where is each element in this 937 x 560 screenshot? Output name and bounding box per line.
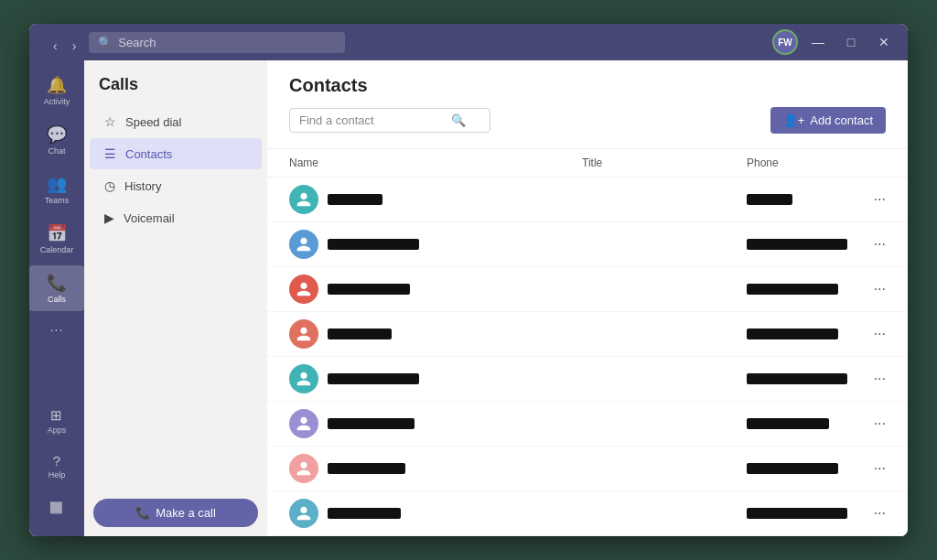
col-phone: Phone bbox=[747, 156, 849, 169]
sidebar-item-more[interactable]: ··· bbox=[29, 315, 84, 344]
avatar[interactable]: FW bbox=[772, 29, 798, 55]
more-options-button[interactable]: ··· bbox=[849, 505, 886, 522]
col-title: Title bbox=[582, 156, 747, 169]
avatar bbox=[289, 185, 318, 214]
more-options-button[interactable]: ··· bbox=[849, 371, 886, 387]
close-button[interactable]: ✕ bbox=[871, 29, 897, 55]
voicemail-icon: ▶ bbox=[104, 210, 114, 225]
contact-phone bbox=[747, 508, 849, 519]
sidebar-item-teams[interactable]: 👥 Teams bbox=[29, 167, 84, 212]
contact-name-cell bbox=[289, 185, 582, 214]
maximize-button[interactable]: □ bbox=[838, 29, 864, 55]
contact-name bbox=[328, 508, 401, 519]
contact-phone bbox=[747, 284, 849, 295]
find-contact-input[interactable] bbox=[299, 113, 446, 127]
app-window: ‹ › 🔍 FW — □ ✕ 🔔 Activity 💬 bbox=[29, 24, 908, 536]
more-icon: ··· bbox=[50, 322, 64, 337]
sidebar-bottom: ⊞ Apps ? Help ⬜ bbox=[44, 400, 70, 529]
table-row[interactable]: ··· bbox=[267, 178, 908, 222]
title-bar-controls: FW — □ ✕ bbox=[772, 29, 897, 55]
make-call-label: Make a call bbox=[156, 506, 216, 520]
content-header: Contacts 🔍 👤+ Add contact bbox=[267, 60, 908, 149]
make-call-button[interactable]: 📞 Make a call bbox=[93, 499, 258, 527]
contact-phone bbox=[747, 463, 849, 474]
sidebar-item-activity[interactable]: 🔔 Activity bbox=[29, 68, 84, 113]
nav-panel: Calls ☆ Speed dial ☰ Contacts ◷ History … bbox=[84, 60, 267, 536]
sidebar-item-calls[interactable]: 📞 Calls bbox=[29, 265, 84, 311]
add-contact-label: Add contact bbox=[810, 113, 873, 127]
more-options-button[interactable]: ··· bbox=[849, 191, 886, 208]
contact-phone bbox=[747, 328, 849, 339]
contact-name bbox=[328, 373, 419, 384]
page-title: Contacts bbox=[289, 75, 886, 96]
phone-value bbox=[747, 418, 829, 429]
table-row[interactable]: ··· bbox=[267, 222, 908, 267]
sidebar-item-help[interactable]: ? Help bbox=[44, 446, 70, 487]
table-row[interactable]: ··· bbox=[267, 447, 908, 491]
contact-name bbox=[328, 418, 415, 429]
phone-value bbox=[747, 194, 792, 205]
calls-icon: 📞 bbox=[47, 273, 67, 293]
nav-label-contacts: Contacts bbox=[125, 147, 172, 161]
content-toolbar: 🔍 👤+ Add contact bbox=[289, 107, 886, 141]
add-contact-button[interactable]: 👤+ Add contact bbox=[770, 107, 886, 134]
sidebar-item-chat[interactable]: 💬 Chat bbox=[29, 117, 84, 163]
nav-arrows: ‹ › bbox=[40, 29, 89, 55]
contact-name-cell bbox=[289, 499, 582, 528]
minimize-button[interactable]: — bbox=[805, 29, 831, 55]
contact-name bbox=[328, 239, 419, 250]
phone-value bbox=[747, 508, 847, 519]
add-person-icon: 👤+ bbox=[783, 113, 805, 127]
table-row[interactable]: ··· bbox=[267, 312, 908, 357]
nav-item-contacts[interactable]: ☰ Contacts bbox=[90, 138, 262, 169]
back-button[interactable]: ‹ bbox=[48, 37, 63, 55]
find-contact-box: 🔍 bbox=[289, 108, 490, 133]
contact-phone bbox=[747, 418, 849, 429]
contact-phone bbox=[747, 373, 849, 384]
nav-item-speed-dial[interactable]: ☆ Speed dial bbox=[90, 106, 262, 137]
contact-name bbox=[328, 463, 405, 474]
nav-item-history[interactable]: ◷ History bbox=[90, 170, 262, 201]
main-content: 🔔 Activity 💬 Chat 👥 Teams 📅 Calendar 📞 bbox=[29, 60, 908, 536]
nav-label-history: History bbox=[124, 179, 161, 193]
search-input[interactable] bbox=[118, 36, 319, 49]
nav-label-voicemail: Voicemail bbox=[124, 211, 175, 225]
sidebar-nav: 🔔 Activity 💬 Chat 👥 Teams 📅 Calendar 📞 bbox=[29, 68, 84, 400]
sidebar-item-calendar[interactable]: 📅 Calendar bbox=[29, 216, 84, 262]
activity-icon: 🔔 bbox=[47, 75, 67, 95]
phone-value bbox=[747, 284, 838, 295]
table-header: Name Title Phone bbox=[267, 149, 908, 178]
more-options-button[interactable]: ··· bbox=[849, 281, 886, 297]
nav-panel-footer: 📞 Make a call bbox=[84, 490, 267, 536]
contact-name bbox=[328, 194, 382, 205]
sidebar-item-apps[interactable]: ⊞ Apps bbox=[44, 400, 70, 442]
table-row[interactable]: ··· bbox=[267, 357, 908, 402]
more-options-button[interactable]: ··· bbox=[849, 460, 886, 477]
more-options-button[interactable]: ··· bbox=[849, 415, 886, 432]
nav-item-voicemail[interactable]: ▶ Voicemail bbox=[90, 202, 262, 233]
phone-icon: 📞 bbox=[135, 506, 150, 520]
contact-name-cell bbox=[289, 319, 582, 349]
search-contact-icon: 🔍 bbox=[451, 113, 466, 127]
phone-value bbox=[747, 373, 847, 384]
contact-name-cell bbox=[289, 364, 582, 393]
table-row[interactable]: ··· bbox=[267, 491, 908, 536]
contact-name-cell bbox=[289, 275, 582, 304]
contacts-icon: ☰ bbox=[104, 146, 116, 161]
contact-name-cell bbox=[289, 454, 582, 483]
sidebar-label-calendar: Calendar bbox=[40, 245, 74, 254]
more-options-button[interactable]: ··· bbox=[849, 236, 886, 253]
chat-icon: 💬 bbox=[47, 124, 67, 145]
phone-value bbox=[747, 463, 838, 474]
sidebar-item-device[interactable]: ⬜ bbox=[44, 494, 70, 522]
phone-value bbox=[747, 239, 847, 250]
device-icon: ⬜ bbox=[49, 501, 63, 514]
forward-button[interactable]: › bbox=[67, 37, 82, 55]
phone-value bbox=[747, 328, 838, 339]
more-options-button[interactable]: ··· bbox=[849, 326, 886, 342]
table-row[interactable]: ··· bbox=[267, 267, 908, 312]
sidebar-label-apps: Apps bbox=[48, 425, 67, 435]
sidebar-label-help: Help bbox=[48, 470, 66, 479]
contacts-list: ··· ··· ··· bbox=[267, 178, 908, 536]
table-row[interactable]: ··· bbox=[267, 402, 908, 447]
